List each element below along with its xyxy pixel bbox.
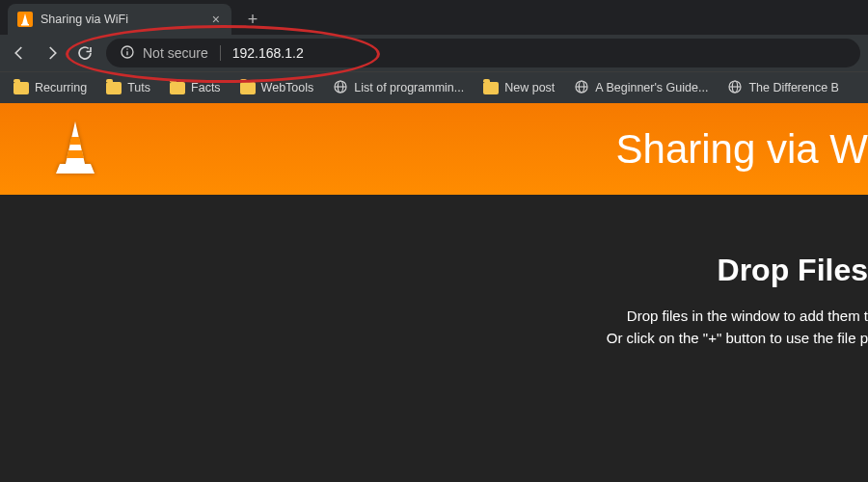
bookmark-label: Facts <box>191 81 221 94</box>
drop-line-1: Drop files in the window to add them t <box>627 308 868 324</box>
security-status: Not secure <box>143 45 208 61</box>
vlc-cone-icon <box>52 120 98 179</box>
browser-toolbar: Not secure 192.168.1.2 <box>0 35 868 71</box>
bookmark-label: A Beginner's Guide... <box>595 81 708 94</box>
bookmark-label: WebTools <box>261 81 314 94</box>
bookmark-label: The Difference B <box>748 81 839 94</box>
folder-icon <box>483 82 499 94</box>
vertical-divider <box>220 45 221 61</box>
vlc-cone-icon <box>17 12 33 27</box>
svg-marker-16 <box>69 137 81 145</box>
browser-tabstrip: Sharing via WiFi × + <box>0 0 868 35</box>
bookmark-item[interactable]: List of programmin... <box>325 75 472 101</box>
folder-icon <box>106 82 122 94</box>
address-bar[interactable]: Not secure 192.168.1.2 <box>106 39 860 67</box>
back-button[interactable] <box>8 41 31 65</box>
bookmarks-bar: Recurring Tuts Facts WebTools List of pr… <box>0 71 868 103</box>
svg-marker-18 <box>56 164 95 174</box>
drop-zone[interactable]: Drop Files Drop files in the window to a… <box>0 195 868 482</box>
drop-instructions: Drop files in the window to add them t O… <box>0 306 868 349</box>
page-title: Sharing via W <box>616 126 868 173</box>
bookmark-item[interactable]: WebTools <box>232 77 322 98</box>
bookmark-item[interactable]: The Difference B <box>719 75 847 101</box>
bookmark-label: List of programmin... <box>354 81 464 94</box>
bookmark-item[interactable]: New post <box>475 77 562 98</box>
info-icon <box>120 44 135 63</box>
folder-icon <box>14 82 29 94</box>
url-text: 192.168.1.2 <box>232 45 304 61</box>
reload-button[interactable] <box>73 41 96 65</box>
close-icon[interactable]: × <box>212 12 220 27</box>
bookmark-label: New post <box>504 81 555 94</box>
globe-icon <box>727 79 743 97</box>
bookmark-item[interactable]: Facts <box>162 77 229 98</box>
svg-marker-17 <box>67 150 84 158</box>
tab-title: Sharing via WiFi <box>41 13 204 26</box>
svg-rect-2 <box>21 24 29 26</box>
bookmark-label: Recurring <box>35 81 87 94</box>
drop-line-2: Or click on the "+" button to use the fi… <box>607 330 868 346</box>
globe-icon <box>333 79 348 97</box>
bookmark-item[interactable]: Recurring <box>6 77 95 98</box>
folder-icon <box>170 82 185 94</box>
bookmark-item[interactable]: Tuts <box>98 77 158 98</box>
new-tab-button[interactable]: + <box>239 6 266 33</box>
page-viewport: Sharing via W Drop Files Drop files in t… <box>0 103 868 482</box>
bookmark-label: Tuts <box>127 81 150 94</box>
browser-tab-active[interactable]: Sharing via WiFi × <box>8 4 231 35</box>
bookmark-item[interactable]: A Beginner's Guide... <box>566 75 716 101</box>
page-header: Sharing via W <box>0 103 868 195</box>
drop-heading: Drop Files <box>0 253 868 288</box>
folder-icon <box>240 82 256 94</box>
svg-point-5 <box>126 48 127 49</box>
forward-button[interactable] <box>41 41 64 65</box>
globe-icon <box>574 79 589 97</box>
